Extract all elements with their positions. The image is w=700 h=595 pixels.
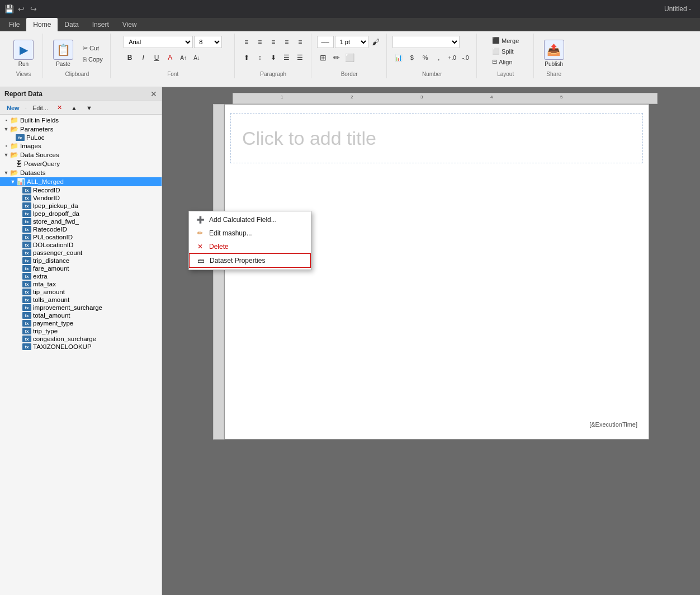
clipboard-label: Clipboard	[65, 71, 89, 78]
dataset-properties-item[interactable]: 🗃 Dataset Properties	[189, 253, 311, 268]
field-icon: fx	[22, 281, 31, 287]
border-color-btn[interactable]: 🖌	[370, 36, 382, 48]
font-label: Font	[167, 71, 178, 78]
tree-parameters[interactable]: ▼ 📂 Parameters	[0, 125, 162, 134]
tree-congestion-surcharge[interactable]: fx congestion_surcharge	[0, 335, 162, 343]
border-style-select[interactable]: ──	[317, 36, 334, 48]
tree-trip-type[interactable]: fx trip_type	[0, 327, 162, 335]
currency-btn[interactable]: $	[406, 51, 418, 64]
merge-button[interactable]: ⬛Merge	[489, 36, 522, 45]
number-expr-btn[interactable]: 📊	[392, 51, 405, 64]
field-icon: fx	[22, 234, 31, 240]
tree-tip-amount[interactable]: fx tip_amount	[0, 288, 162, 296]
number-format-select[interactable]	[392, 36, 460, 48]
undo-icon[interactable]: ↩	[17, 4, 26, 13]
border-all-btn[interactable]: ⊞	[317, 51, 329, 64]
panel-close-button[interactable]: ✕	[150, 89, 157, 98]
tree-taxizonelookup[interactable]: fx TAXIZONELOOKUP	[0, 343, 162, 351]
percent-btn[interactable]: %	[419, 51, 432, 64]
indent-more-button[interactable]: ≡	[294, 36, 306, 48]
valign-mid-button[interactable]: ↕	[254, 51, 266, 64]
edit-mashup-icon: ✏	[196, 229, 205, 237]
underline-button[interactable]: U	[150, 51, 163, 64]
border-eraser-btn[interactable]: ⬜	[344, 51, 356, 64]
menu-home[interactable]: Home	[26, 18, 58, 31]
align-right-button[interactable]: ≡	[267, 36, 280, 48]
tree-store-fwd[interactable]: fx store_and_fwd_	[0, 218, 162, 225]
decimal-inc-btn[interactable]: +.0	[446, 51, 458, 64]
ruler-top-row: 1 2 3 4 5	[205, 93, 658, 104]
field-icon: fx	[22, 202, 31, 209]
context-menu: ➕ Add Calculated Field... ✏ Edit mashup.…	[188, 211, 311, 270]
new-button[interactable]: New	[3, 103, 23, 112]
font-size-select[interactable]: 89101112	[194, 36, 222, 48]
menu-data[interactable]: Data	[58, 18, 85, 31]
tree-powerquery[interactable]: 🗄 PowerQuery	[0, 159, 162, 168]
tree-vendorid[interactable]: fx VendorID	[0, 194, 162, 202]
justify-button[interactable]: ≡	[281, 36, 293, 48]
border-pencil-btn[interactable]: ✏	[330, 51, 343, 64]
comma-btn[interactable]: ,	[433, 51, 445, 64]
italic-button[interactable]: I	[137, 51, 149, 64]
align-button[interactable]: ⊟Align	[489, 57, 515, 67]
font-family-select[interactable]: ArialCalibriTimes New Roman	[124, 36, 193, 48]
menu-file[interactable]: File	[2, 18, 26, 31]
menu-insert[interactable]: Insert	[86, 18, 116, 31]
font-size-up-button[interactable]: A↑	[177, 51, 190, 64]
report-canvas[interactable]: Click to add title [&ExecutionTime] ➕ Ad…	[224, 104, 649, 440]
tree-puloc[interactable]: fx PuLoc	[0, 134, 162, 141]
move-down-button[interactable]: ▼	[83, 103, 96, 112]
field-icon: fx	[22, 320, 31, 327]
tree-lpep-dropoff[interactable]: fx lpep_dropoff_da	[0, 210, 162, 218]
tree-dolocationid[interactable]: fx DOLocationID	[0, 241, 162, 249]
tree-datasets[interactable]: ▼ 📂 Datasets	[0, 168, 162, 177]
field-icon: fx	[22, 289, 31, 295]
tree-fare-amount[interactable]: fx fare_amount	[0, 265, 162, 272]
title-placeholder-box[interactable]: Click to add title	[230, 113, 643, 163]
delete-item[interactable]: ✕ Delete	[189, 240, 311, 253]
border-size-select[interactable]: 1 pt2 pt3 pt	[335, 36, 368, 48]
add-calculated-field-item[interactable]: ➕ Add Calculated Field...	[189, 213, 311, 226]
valign-bot-button[interactable]: ⬇	[267, 51, 280, 64]
delete-toolbar-button[interactable]: ✕	[54, 103, 65, 112]
save-icon[interactable]: 💾	[4, 4, 13, 13]
tree-lpep-pickup[interactable]: fx lpep_pickup_da	[0, 202, 162, 210]
paste-button[interactable]: 📋 Paste	[49, 37, 78, 69]
tree-passenger-count[interactable]: fx passenger_count	[0, 249, 162, 257]
folder-icon: 📂	[10, 151, 18, 159]
cut-button[interactable]: ✂Cut	[80, 44, 106, 53]
valign-top-button[interactable]: ⬆	[240, 51, 253, 64]
tree-extra[interactable]: fx extra	[0, 272, 162, 280]
copy-button[interactable]: ⎘Copy	[80, 55, 106, 64]
edit-button[interactable]: Edit...	[29, 103, 51, 112]
tree-all-merged[interactable]: ▼ 📊 ALL_Merged	[0, 177, 162, 186]
edit-mashup-item[interactable]: ✏ Edit mashup...	[189, 226, 311, 240]
run-button[interactable]: ▶ Run	[9, 37, 38, 69]
tree-payment-type[interactable]: fx payment_type	[0, 319, 162, 327]
bullet-button[interactable]: ☰	[281, 51, 293, 64]
tree-tolls-amount[interactable]: fx tolls_amount	[0, 296, 162, 304]
align-left-button[interactable]: ≡	[240, 36, 253, 48]
bold-button[interactable]: B	[124, 51, 136, 64]
tree-ratecodeid[interactable]: fx RatecodeID	[0, 225, 162, 233]
tree-improvement-surcharge[interactable]: fx improvement_surcharge	[0, 304, 162, 311]
tree-recordid[interactable]: fx RecordID	[0, 186, 162, 194]
decimal-dec-btn[interactable]: -.0	[460, 51, 472, 64]
tree-pulocationid[interactable]: fx PULocationID	[0, 233, 162, 241]
tree-images[interactable]: ▪ 📁 Images	[0, 141, 162, 150]
tree-trip-distance[interactable]: fx trip_distance	[0, 257, 162, 265]
tree-mta-tax[interactable]: fx mta_tax	[0, 280, 162, 288]
font-size-dn-button[interactable]: A↓	[191, 51, 203, 64]
tree-total-amount[interactable]: fx total_amount	[0, 311, 162, 319]
publish-button[interactable]: 📤 Publish	[540, 37, 569, 69]
redo-icon[interactable]: ↪	[29, 4, 38, 13]
align-center-button[interactable]: ≡	[254, 36, 266, 48]
split-button[interactable]: ⬜Split	[489, 46, 516, 56]
tree-data-sources[interactable]: ▼ 📂 Data Sources	[0, 150, 162, 159]
numbered-button[interactable]: ☰	[294, 51, 306, 64]
tree-built-in-fields[interactable]: ▪ 📁 Built-in Fields	[0, 116, 162, 125]
font-color-button[interactable]: A	[164, 51, 176, 64]
move-up-button[interactable]: ▲	[68, 103, 81, 112]
menu-view[interactable]: View	[116, 18, 144, 31]
expand-icon: ▼	[9, 179, 17, 185]
